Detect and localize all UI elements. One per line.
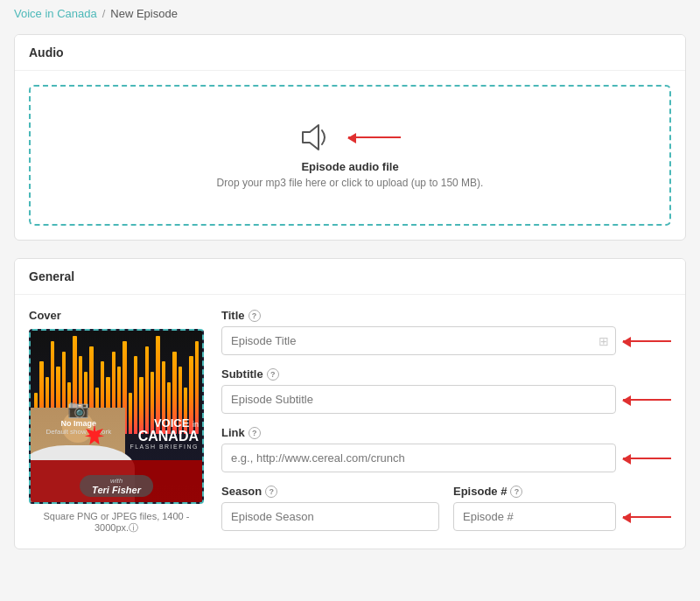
episode-input[interactable] bbox=[453, 502, 616, 531]
general-section: General Cover bbox=[14, 258, 686, 549]
subtitle-group: Subtitle ? bbox=[221, 367, 671, 414]
dropzone-title: Episode audio file bbox=[301, 160, 398, 173]
flash-briefing-text: FLASH BRIEFING bbox=[130, 444, 199, 450]
subtitle-label: Subtitle ? bbox=[221, 367, 671, 381]
maple-leaf bbox=[82, 423, 107, 450]
season-input[interactable] bbox=[221, 502, 439, 531]
teri-name: Teri Fisher bbox=[92, 485, 141, 495]
annotation-arrow bbox=[348, 136, 401, 138]
subtitle-arrow bbox=[623, 399, 671, 401]
link-input[interactable] bbox=[221, 444, 616, 472]
breadcrumb-separator: / bbox=[102, 7, 106, 20]
title-input-row: ⊞ bbox=[221, 326, 671, 355]
episode-label: Episode # ? bbox=[453, 485, 671, 498]
teri-badge: with Teri Fisher bbox=[80, 475, 153, 497]
audio-dropzone[interactable]: Episode audio file Drop your mp3 file he… bbox=[29, 85, 671, 226]
audio-icon-row bbox=[299, 122, 401, 153]
cover-label: Cover bbox=[29, 309, 204, 322]
title-input[interactable] bbox=[221, 326, 616, 355]
general-body: Cover bbox=[15, 295, 685, 549]
season-help-icon[interactable]: ? bbox=[265, 486, 277, 498]
title-input-wrapper: ⊞ bbox=[221, 326, 616, 355]
episode-help-icon[interactable]: ? bbox=[510, 486, 522, 498]
canada-text: CANADA bbox=[130, 430, 199, 444]
season-group: Season ? bbox=[221, 485, 439, 531]
voice-canada-badge: VOICE in CANADA FLASH BRIEFING bbox=[130, 417, 199, 450]
subtitle-input[interactable] bbox=[221, 385, 616, 414]
camera-icon: 📷 bbox=[46, 398, 112, 419]
cover-hint: Square PNG or JPEG files, 1400 - 3000px.… bbox=[29, 511, 204, 535]
with-label: with bbox=[92, 477, 141, 485]
audio-section-body: Episode audio file Drop your mp3 file he… bbox=[15, 71, 685, 240]
episode-input-row bbox=[453, 502, 671, 531]
general-section-header: General bbox=[15, 259, 685, 295]
breadcrumb-current: New Episode bbox=[110, 7, 178, 20]
speaker-icon bbox=[299, 122, 334, 153]
title-label: Title ? bbox=[221, 309, 671, 322]
episode-arrow bbox=[623, 516, 671, 518]
breadcrumb-link[interactable]: Voice in Canada bbox=[14, 7, 97, 20]
link-group: Link ? bbox=[221, 426, 671, 472]
cover-image-wrapper[interactable]: 📷 No Image Default show artwork bbox=[29, 329, 204, 504]
link-input-row bbox=[221, 444, 671, 472]
season-episode-row: Season ? Episode # ? bbox=[221, 485, 671, 531]
voice-text: VOICE in bbox=[130, 417, 199, 430]
title-group: Title ? ⊞ bbox=[221, 309, 671, 355]
form-column: Title ? ⊞ bbox=[221, 309, 671, 531]
grid-icon: ⊞ bbox=[598, 334, 609, 348]
link-label: Link ? bbox=[221, 426, 671, 439]
cover-image-bg: 📷 No Image Default show artwork bbox=[31, 331, 202, 502]
title-help-icon[interactable]: ? bbox=[248, 310, 261, 322]
audio-section-header: Audio bbox=[15, 35, 685, 71]
title-arrow bbox=[623, 340, 671, 342]
subtitle-input-row bbox=[221, 385, 671, 414]
dropzone-subtitle: Drop your mp3 file here or click to uplo… bbox=[217, 177, 484, 189]
link-help-icon[interactable]: ? bbox=[248, 427, 261, 439]
episode-group: Episode # ? bbox=[453, 485, 671, 531]
svg-marker-0 bbox=[303, 125, 318, 150]
season-label: Season ? bbox=[221, 485, 439, 498]
page: Voice in Canada / New Episode Audio bbox=[0, 0, 700, 601]
subtitle-help-icon[interactable]: ? bbox=[267, 368, 279, 381]
breadcrumb: Voice in Canada / New Episode bbox=[14, 7, 686, 20]
cover-column: Cover bbox=[29, 309, 204, 535]
link-arrow bbox=[623, 458, 671, 459]
audio-section: Audio bbox=[14, 34, 686, 241]
